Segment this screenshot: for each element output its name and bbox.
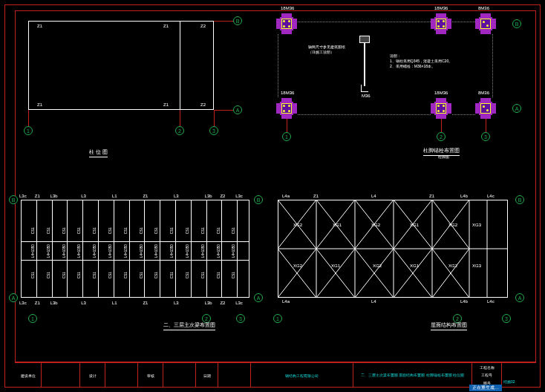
- anchor-bolt-plan: 18M36 18M36 8M36 18M36 18M36 8M36 M36 轴网…: [267, 1, 530, 157]
- tb-sheet-no: 结施02: [503, 379, 515, 384]
- brace-label: XG2: [293, 264, 302, 268]
- bolt-count-label: 8M36: [478, 91, 489, 95]
- beam-label: CS1: [201, 272, 205, 278]
- beam-label: L4b: [460, 299, 468, 304]
- anchor-node: [475, 98, 496, 119]
- grid-bubble-3: 3: [481, 132, 490, 141]
- caption-floor-plan: 二、三层主次梁布置图: [163, 321, 215, 330]
- bolt-count-label: 18M36: [281, 6, 294, 10]
- beam-label: CS1: [108, 272, 112, 278]
- anchor-node: [276, 13, 297, 34]
- beam-label: L4a: [282, 299, 290, 304]
- beam-label: Z1: [143, 301, 148, 305]
- brace-label: XG2: [373, 264, 382, 268]
- beam-label: Z2: [220, 194, 225, 198]
- beam-label: CS1: [232, 227, 235, 234]
- col-label: Z2: [200, 102, 206, 107]
- grid-bubble-B: B: [254, 195, 263, 204]
- beam-label: L4c: [487, 194, 495, 198]
- beam-label: CS1: [186, 227, 189, 234]
- beam-label: CS1: [201, 227, 205, 234]
- anchor-node: [431, 98, 451, 119]
- beam-label: L3b: [50, 301, 58, 305]
- bolt-count-label: 18M36: [434, 91, 448, 95]
- grid-bubble-1: 1: [24, 126, 33, 135]
- beam-label: L4: [371, 299, 376, 304]
- brace-label: XG2: [293, 223, 302, 227]
- beam-label: L4=1050: [170, 244, 174, 258]
- beam-label: Z1: [35, 301, 40, 305]
- grid-bubble-B: B: [233, 16, 242, 25]
- beam-label: CS1: [62, 272, 66, 278]
- grid-bubble-1: 1: [28, 314, 37, 323]
- beam-label: L4b: [460, 194, 468, 198]
- beam-label: CS1: [47, 272, 50, 278]
- beam-label: L4=1050: [93, 244, 97, 258]
- tb-company: 钢结构工程有限公司: [285, 373, 319, 378]
- beam-label: CS1: [170, 227, 174, 234]
- beam-label: L4c: [487, 299, 495, 304]
- beam-label: CS1: [124, 272, 128, 278]
- grid-bubble-B: B: [512, 19, 521, 28]
- beam-label: CS1: [77, 272, 81, 278]
- grid-bubble-A: A: [515, 293, 524, 302]
- caption-roof-plan: 屋面结构布置图: [431, 321, 467, 330]
- col-label: Z1: [37, 102, 42, 107]
- beam-label: CS1: [124, 227, 128, 234]
- beam-label: CS1: [154, 227, 158, 234]
- beam-label: CS1: [217, 272, 221, 278]
- beam-label: L4=1050: [154, 244, 158, 258]
- roof-structure-plan: L4a Z1 L4 Z1 L4b L4c XG2 XG1 XG2 XG1 XG2…: [267, 189, 527, 323]
- grid-bubble-3: 3: [209, 126, 218, 135]
- col-label: Z1: [429, 194, 434, 198]
- beam-label: L4=1050: [108, 244, 112, 258]
- beam-label: CS1: [47, 227, 50, 234]
- col-label: Z2: [200, 24, 206, 28]
- beam-label: L4=1050: [47, 244, 50, 258]
- tb-drawing-titles: 二、三层主次梁布置图 屋面结构布置图 柱脚锚栓布置图 柱位图: [361, 373, 464, 377]
- status-tag: 正在重生成…: [469, 385, 502, 391]
- col-label: Z1: [163, 102, 169, 107]
- beam-label: L4=1050: [201, 244, 205, 258]
- tb-design-lbl: 设计: [89, 373, 97, 378]
- beam-label: L3: [174, 301, 179, 305]
- tb-check-lbl: 审核: [147, 373, 154, 378]
- beam-label: L3c: [19, 194, 27, 198]
- beam-label: Z1: [35, 194, 40, 198]
- beam-label: CS1: [93, 227, 97, 234]
- bolt-count-label: 18M36: [434, 6, 448, 10]
- tb-stage-lbl: 工程名称: [480, 365, 495, 370]
- beam-label: CS1: [232, 272, 235, 278]
- grid-bubble-A: A: [254, 293, 263, 302]
- beam-label: CS1: [170, 272, 174, 278]
- beam-label: L4a: [282, 194, 290, 198]
- col-label: Z1: [313, 194, 319, 198]
- note-text: 轴网尺寸参见建筑图纸（详施工说明）: [308, 45, 360, 55]
- grid-bubble-A: A: [512, 104, 521, 113]
- col-label: Z1: [37, 24, 42, 28]
- title-block: 建设单位 设计 审核 日期 钢结构工程有限公司 二、三层主次梁布置图 屋面结构布…: [15, 362, 536, 388]
- grid-bubble-2: 2: [175, 126, 184, 135]
- beam-label: L3b: [50, 194, 58, 198]
- tb-date-lbl: 日期: [203, 373, 211, 378]
- beam-label: L4=1050: [232, 244, 235, 258]
- beam-label: L3c: [235, 301, 243, 305]
- beam-label: CS1: [77, 227, 81, 234]
- grid-bubble-A: A: [233, 105, 242, 114]
- brace-label: XG1: [333, 223, 342, 227]
- beam-label: CS1: [62, 227, 66, 234]
- beam-label: Z1: [143, 194, 148, 198]
- tb-project-lbl: 建设单位: [21, 373, 36, 378]
- grid-bubble-1: 1: [282, 132, 291, 141]
- beam-label: CS1: [108, 227, 112, 234]
- grid-bubble-3: 3: [236, 314, 245, 323]
- anchor-node: [475, 13, 496, 34]
- beam-label: CS1: [217, 227, 221, 234]
- grid-bubble-B: B: [9, 195, 18, 204]
- floor-beam-plan: /*placeholder*/ CS1CS1L4=1050CS1CS1L4=10…: [7, 189, 260, 323]
- caption-anchor-sub: 柱脚图: [438, 154, 449, 160]
- beam-label: CS1: [31, 227, 35, 234]
- beam-label: CS1: [31, 272, 35, 278]
- beam-label: L4=1050: [62, 244, 66, 258]
- beam-label: L3: [81, 301, 86, 305]
